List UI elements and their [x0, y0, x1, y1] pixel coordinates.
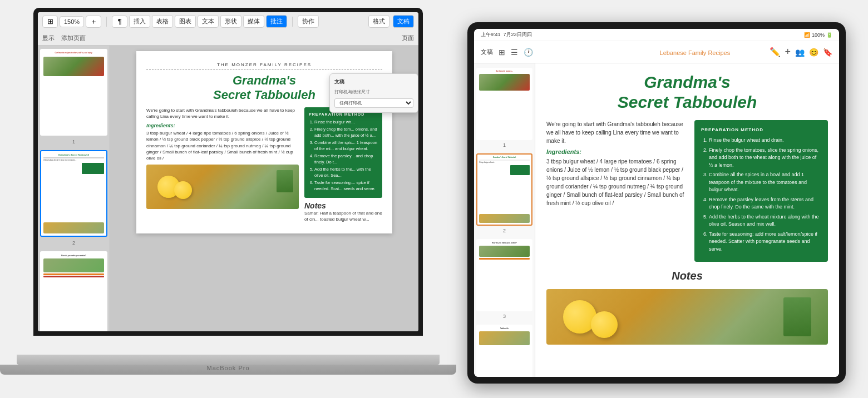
doc-left-col: We're going to start with Grandma's tabb…: [146, 107, 299, 223]
ipad-ing-label: Ingredients:: [546, 148, 687, 155]
doc-ing-text: 3 tbsp bulgur wheat / 4 large ripe tomat…: [146, 130, 299, 161]
display-label: 显示: [42, 34, 55, 42]
prep-step-1: Rinse the bulgur wh...: [314, 120, 378, 126]
thumb-num-2: 2: [72, 240, 75, 246]
view-icon-btn[interactable]: ⊞: [42, 16, 58, 28]
ipad-col-left: We're going to start with Grandma's tabb…: [546, 120, 687, 211]
mac-thumb-1[interactable]: Our favorite recipes to share, add to, a…: [40, 49, 107, 136]
ipad-status-time: 上午9:41 7月23日周四: [481, 31, 532, 38]
doc-divider: [146, 69, 382, 70]
toolbar-sep-1: [106, 17, 107, 27]
battery-text: 100%: [812, 32, 825, 38]
ipad-thumb-2[interactable]: Grandma's Secret Tabbouleh 3 tbsp bulgur…: [476, 153, 532, 226]
shape-btn[interactable]: 形状: [220, 15, 241, 28]
comment-btn[interactable]: 批注: [266, 15, 287, 28]
mac-toolbar: ⊞ 150% ＋ ¶ 插入 表格 图表 文本 形状 媒体 批注: [38, 12, 418, 46]
prep-step-4: Remove the parsley... and chop finely. D…: [314, 153, 378, 165]
ipad-notes-title: Notes: [546, 270, 828, 282]
add-page-label[interactable]: 添加页面: [61, 34, 86, 42]
doc-notes-title: Notes: [304, 201, 382, 210]
ipad-toolbar-right: ✏️ + 👥 😊 🔖: [770, 46, 833, 58]
ipad-screen: 上午9:41 7月23日周四 📶 100% 🔋 文稿 ⊞ ☰ 🕐 Lebanes…: [474, 29, 839, 377]
doc-btn[interactable]: 文稿: [393, 15, 414, 28]
toolbar-insert-group: ¶ 插入 表格 图表 文本 形状 媒体 批注: [112, 15, 287, 28]
printer-select[interactable]: 任何打印机: [334, 98, 413, 108]
ipad-status-bar: 上午9:41 7月23日周四 📶 100% 🔋: [474, 29, 839, 41]
toolbar-view-group: ⊞ 150% ＋: [42, 16, 101, 28]
ipad-intro-text: We're going to start with Grandma's tabb…: [546, 120, 687, 145]
text-btn[interactable]: 文本: [198, 15, 219, 28]
ipad-step-3: Combine all the spices in a bowl and add…: [709, 171, 821, 194]
print-dialog: 文稿 打印机与纸张尺寸 任何打印机: [329, 73, 418, 113]
ipad-prep-box: PREPARATION METHOD Rinse the bulgur whea…: [694, 120, 828, 262]
ipad-photo: [546, 289, 828, 345]
doc-right-col: PREPARATION METHOD Rinse the bulgur wh..…: [304, 107, 382, 223]
macbook: ⊞ 150% ＋ ¶ 插入 表格 图表 文本 形状 媒体 批注: [0, 0, 456, 398]
mac-thumb-2[interactable]: Grandma's Secret Tabbouleh 3 tbsp bulgur…: [40, 150, 107, 237]
ipad-step-1: Rinse the bulgur wheat and drain.: [709, 137, 821, 145]
ipad-bookmark-icon[interactable]: 🔖: [823, 48, 832, 57]
zoom-btn[interactable]: 150%: [60, 16, 84, 27]
prep-step-2: Finely chop the tom... onions, and add b…: [314, 127, 378, 138]
ipad-recipe-title: Grandma's Secret Tabbouleh: [546, 72, 828, 112]
mac-thumb-3[interactable]: How do you make your za'atar?: [40, 251, 107, 331]
ipad-toolbar-left: 文稿 ⊞ ☰ 🕐: [481, 48, 620, 57]
toolbar-bottom-left: 显示 添加页面: [42, 34, 86, 42]
ipad-add-icon[interactable]: +: [785, 46, 791, 58]
ipad-thumb-3[interactable]: How do you make your za'atar?: [476, 239, 532, 311]
ipad-thumb-num-1: 1: [503, 142, 506, 148]
doc-prep-box: PREPARATION METHOD Rinse the bulgur wh..…: [304, 107, 382, 198]
doc-body: We're going to start with Grandma's tabb…: [146, 107, 382, 223]
ipad-prep-steps: Rinse the bulgur wheat and drain. Finely…: [701, 137, 821, 253]
mac-content: Our favorite recipes to share, add to, a…: [38, 46, 418, 331]
ipad-pencil-icon[interactable]: ✏️: [770, 47, 781, 57]
doc-header: THE MONZER FAMILY RECIPES: [146, 62, 382, 67]
chart-btn[interactable]: 图表: [175, 15, 196, 28]
macbook-base: [17, 355, 440, 365]
ipad-list-icon[interactable]: ☰: [511, 48, 518, 57]
mac-toolbar-bottom: 显示 添加页面 页面: [38, 31, 418, 45]
paragraph-icon[interactable]: ¶: [112, 16, 127, 28]
ipad-prep-title: PREPARATION METHOD: [701, 127, 821, 133]
ipad: 上午9:41 7月23日周四 📶 100% 🔋 文稿 ⊞ ☰ 🕐 Lebanes…: [467, 22, 846, 384]
insert-btn[interactable]: 插入: [129, 15, 150, 28]
ipad-clock-icon[interactable]: 🕐: [524, 48, 533, 57]
collab-btn[interactable]: 协作: [298, 15, 319, 28]
ipad-ing-text: 3 tbsp bulgur wheat / 4 large ripe tomat…: [546, 157, 687, 207]
table-btn[interactable]: 表格: [152, 15, 173, 28]
toolbar-sep-2: [292, 17, 293, 27]
format-btn[interactable]: 格式: [368, 15, 389, 28]
ipad-step-5: Add the herbs to the wheat mixture along…: [709, 213, 821, 228]
print-dialog-label: 打印机与纸张尺寸: [334, 89, 413, 95]
ipad-thumb-num-2: 2: [503, 228, 506, 233]
battery-icon: 🔋: [826, 32, 832, 38]
prep-step-5: Add the herbs to the... with the olive o…: [314, 167, 378, 178]
ipad-thumb-1[interactable]: Our favorite recipes...: [476, 68, 532, 140]
prep-step-3: Combine all the spic... 1 teaspoon of th…: [314, 140, 378, 152]
ipad-sidebar: Our favorite recipes... 1 Grandma's Secr…: [474, 63, 535, 377]
thumb-num-1: 1: [72, 139, 75, 145]
ipad-two-col: We're going to start with Grandma's tabb…: [546, 120, 828, 262]
macbook-label: MacBook Pro: [206, 365, 249, 371]
ipad-step-4: Remove the parsley leaves from the stems…: [709, 196, 821, 211]
ipad-toolbar-center: Lebanese Family Recipes: [625, 47, 765, 57]
ipad-doc-btn[interactable]: 文稿: [481, 48, 493, 56]
toolbar-bottom-right: 页面: [402, 34, 414, 42]
ipad-toolbar: 文稿 ⊞ ☰ 🕐 Lebanese Family Recipes ✏️ + 👥 …: [474, 41, 839, 63]
macbook-screen: ⊞ 150% ＋ ¶ 插入 表格 图表 文本 形状 媒体 批注: [38, 12, 418, 331]
ipad-share-icon[interactable]: 👥: [795, 48, 805, 57]
ipad-emoji-icon[interactable]: 😊: [809, 48, 818, 57]
mac-main-area: THE MONZER FAMILY RECIPES Grandma's Secr…: [110, 46, 418, 331]
ipad-status-right: 📶 100% 🔋: [804, 32, 832, 38]
add-page-icon-btn[interactable]: ＋: [86, 16, 101, 28]
ipad-lemon-2: [591, 311, 618, 338]
doc-photo: [146, 165, 299, 209]
ipad-thumb-num-3: 3: [503, 314, 506, 319]
macbook-screen-bezel: ⊞ 150% ＋ ¶ 插入 表格 图表 文本 形状 媒体 批注: [33, 8, 423, 336]
media-btn[interactable]: 媒体: [243, 15, 264, 28]
doc-intro: We're going to start with Grandma's tabb…: [146, 107, 299, 120]
ipad-grid-icon[interactable]: ⊞: [499, 48, 505, 57]
ipad-thumb-4[interactable]: Tabbouleh: [476, 325, 532, 377]
ipad-main: Grandma's Secret Tabbouleh We're going t…: [535, 63, 839, 377]
ipad-toolbar-title: Lebanese Family Recipes: [660, 49, 731, 56]
